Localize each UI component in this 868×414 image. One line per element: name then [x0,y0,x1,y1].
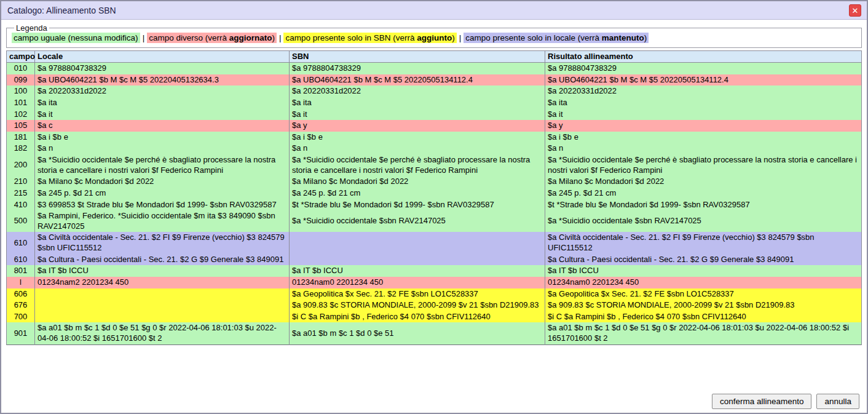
risultato-cell: $a y [545,120,862,132]
legend-item-sbn_only: campo presente solo in SBN (verrà aggiun… [283,33,456,43]
titlebar: Catalogo: Allineamento SBN ✕ [1,1,867,20]
table-row: 102$a it$a it$a it [7,109,862,121]
locale-cell: $a n [35,143,290,154]
locale-cell: $a Milano $c Mondadori $d 2022 [35,176,290,188]
sbn-cell: $a UBO4604221 $b M $c M $5 2022050513411… [290,74,545,86]
table-row: 200$a *Suicidio occidentale $e perché è … [7,154,862,176]
table-header-row: campo Locale SBN Risultato allineamento [7,51,862,63]
header-sbn: SBN [290,51,545,63]
locale-cell [35,311,290,323]
table-row: 801$a IT $b ICCU$a IT $b ICCU$a IT $b IC… [7,265,862,277]
risultato-cell: $a ita [545,97,862,109]
header-locale: Locale [35,51,290,63]
table-row: 100$a 20220331d2022$a 20220331d2022$a 20… [7,86,862,97]
dialog-content: Legenda campo uguale (nessuna modifica)|… [1,20,867,391]
risultato-cell: $a Cultura - Paesi occidentali - Sec. 21… [545,254,862,266]
risultato-cell: $a Milano $c Mondadori $d 2022 [545,176,862,188]
locale-cell: $a 20220331d2022 [35,86,290,97]
sbn-cell [290,232,545,253]
risultato-cell: $a UBO4604221 $b M $c M $5 2022050513411… [545,74,862,86]
campo-cell: 102 [7,109,35,121]
table-row: 215$a 245 p. $d 21 cm$a 245 p. $d 21 cm$… [7,188,862,199]
risultato-cell: $a 9788804738329 [545,63,862,74]
sbn-cell: $a Geopolitica $x Sec. 21. $2 FE $sbn LO… [290,289,545,300]
sbn-cell: $a *Suicidio occidentale $e perché è sba… [290,154,545,176]
locale-cell: $a i $b e [35,132,290,143]
campo-cell: 101 [7,97,35,109]
sbn-cell: $a Milano $c Mondadori $d 2022 [290,176,545,188]
table-row: 099$a UBO4604221 $b M $c M $5 2022040513… [7,74,862,86]
sbn-cell: $a IT $b ICCU [290,265,545,277]
table-row: 010$a 9788804738329$a 9788804738329$a 97… [7,63,862,74]
risultato-cell: $a Civiltà occidentale - Sec. 21. $2 FI … [545,232,862,253]
risultato-cell: $a Geopolitica $x Sec. 21. $2 FE $sbn LO… [545,289,862,300]
locale-cell: $a Civiltà occidentale - Sec. 21. $2 FI … [35,232,290,253]
table-row: 500$a Rampini, Federico. *Suicidio occid… [7,210,862,232]
confirm-alignment-button[interactable]: conferma allineamento [712,394,812,409]
table-row: 610$a Civiltà occidentale - Sec. 21. $2 … [7,232,862,253]
campo-cell: 901 [7,322,35,344]
campo-cell: 606 [7,289,35,300]
table-row: 210$a Milano $c Mondadori $d 2022$a Mila… [7,176,862,188]
close-icon[interactable]: ✕ [849,4,861,17]
campo-cell: 105 [7,120,35,132]
risultato-cell: $a 20220331d2022 [545,86,862,97]
legend-box: Legenda campo uguale (nessuna modifica)|… [6,23,862,48]
table-row: 676$a 909.83 $c STORIA MONDIALE, 2000-20… [7,300,862,311]
sbn-cell: $a it [290,109,545,121]
risultato-cell: $t *Strade blu $e Mondadori $d 1999- $sb… [545,199,862,211]
campo-cell: 610 [7,254,35,266]
risultato-cell: $a IT $b ICCU [545,265,862,277]
campo-cell: 700 [7,311,35,323]
legend-item-equal: campo uguale (nessuna modifica) [12,33,140,43]
table-row: 610$a Cultura - Paesi occidentali - Sec.… [7,254,862,266]
table-row: 606$a Geopolitica $x Sec. 21. $2 FE $sbn… [7,289,862,300]
sbn-cell: $t *Strade blu $e Mondadori $d 1999- $sb… [290,199,545,211]
locale-cell: $a IT $b ICCU [35,265,290,277]
locale-cell: $a Cultura - Paesi occidentali - Sec. 21… [35,254,290,266]
campo-cell: 200 [7,154,35,176]
risultato-cell: $a a01 $b m $c 1 $d 0 $e 51 $g 0 $r 2022… [545,322,862,344]
campo-cell: 676 [7,300,35,311]
locale-cell: $a it [35,109,290,121]
campo-cell: 801 [7,265,35,277]
locale-cell: $a *Suicidio occidentale $e perché è sba… [35,154,290,176]
locale-cell: 01234nam2 2201234 450 [35,277,290,289]
sbn-cell: $a n [290,143,545,154]
risultato-cell: $i C $a Rampini $b , Federico $4 070 $sb… [545,311,862,323]
cancel-button[interactable]: annulla [816,394,859,409]
table-row: 105$a c$a y$a y [7,120,862,132]
table-row: 901$a a01 $b m $c 1 $d 0 $e 51 $g 0 $r 2… [7,322,862,344]
legend-separator: | [279,33,282,42]
legend-title: Legenda [14,23,49,33]
table-row: 101$a ita$a ita$a ita [7,97,862,109]
sbn-cell: $a 20220331d2022 [290,86,545,97]
locale-cell: $a Rampini, Federico. *Suicidio occident… [35,210,290,232]
legend-line: campo uguale (nessuna modifica)|campo di… [12,33,856,42]
risultato-cell: $a 245 p. $d 21 cm [545,188,862,199]
header-risultato: Risultato allineamento [545,51,862,63]
locale-cell: $3 699853 $t Strade blu $e Mondadori $d … [35,199,290,211]
table-row: 700$i C $a Rampini $b , Federico $4 070 … [7,311,862,323]
locale-cell: $a UBO4604221 $b M $c M $5 2022040513263… [35,74,290,86]
risultato-cell: $a *Suicidio occidentale $sbn RAV2147025 [545,210,862,232]
alignment-dialog: Catalogo: Allineamento SBN ✕ Legenda cam… [0,0,868,414]
legend-item-local_only: campo presente solo in locale (verrà man… [464,33,649,43]
table-row: 410$3 699853 $t Strade blu $e Mondadori … [7,199,862,211]
table-row: 181$a i $b e$a i $b e$a i $b e [7,132,862,143]
campo-cell: 181 [7,132,35,143]
locale-cell: $a ita [35,97,290,109]
risultato-cell: $a 909.83 $c STORIA MONDIALE, 2000-2099 … [545,300,862,311]
sbn-cell: $a *Suicidio occidentale $sbn RAV2147025 [290,210,545,232]
sbn-cell: 01234nam0 2201234 450 [290,277,545,289]
campo-cell: 610 [7,232,35,253]
campo-cell: 099 [7,74,35,86]
legend-separator: | [459,33,462,42]
risultato-cell: $a *Suicidio occidentale $e perché è sba… [545,154,862,176]
risultato-cell: $a it [545,109,862,121]
locale-cell [35,289,290,300]
campo-cell: 100 [7,86,35,97]
campo-cell: 210 [7,176,35,188]
campo-cell: 500 [7,210,35,232]
campo-cell: 410 [7,199,35,211]
